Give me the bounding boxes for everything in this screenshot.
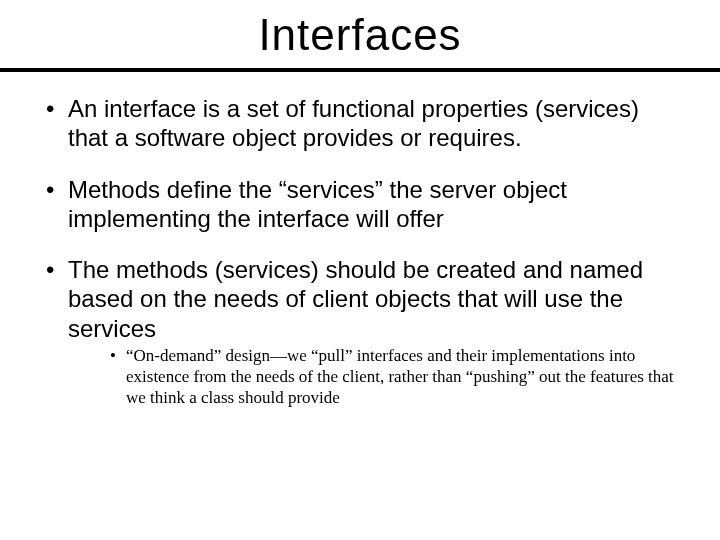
slide-content: Interfaces An interface is a set of func… xyxy=(0,0,720,451)
bullet-item: The methods (services) should be created… xyxy=(40,255,680,409)
slide-title: Interfaces xyxy=(40,10,680,60)
sub-bullet-text: “On-demand” design—we “pull” interfaces … xyxy=(126,346,674,408)
bullet-list: An interface is a set of functional prop… xyxy=(40,94,680,409)
bullet-text: An interface is a set of functional prop… xyxy=(68,95,639,151)
sub-bullet-item: “On-demand” design—we “pull” interfaces … xyxy=(108,345,680,409)
bullet-text: The methods (services) should be created… xyxy=(68,256,643,342)
sub-bullet-list: “On-demand” design—we “pull” interfaces … xyxy=(68,345,680,409)
bullet-item: An interface is a set of functional prop… xyxy=(40,94,680,153)
bullet-text: Methods define the “services” the server… xyxy=(68,176,567,232)
title-underline xyxy=(0,68,720,72)
bullet-item: Methods define the “services” the server… xyxy=(40,175,680,234)
